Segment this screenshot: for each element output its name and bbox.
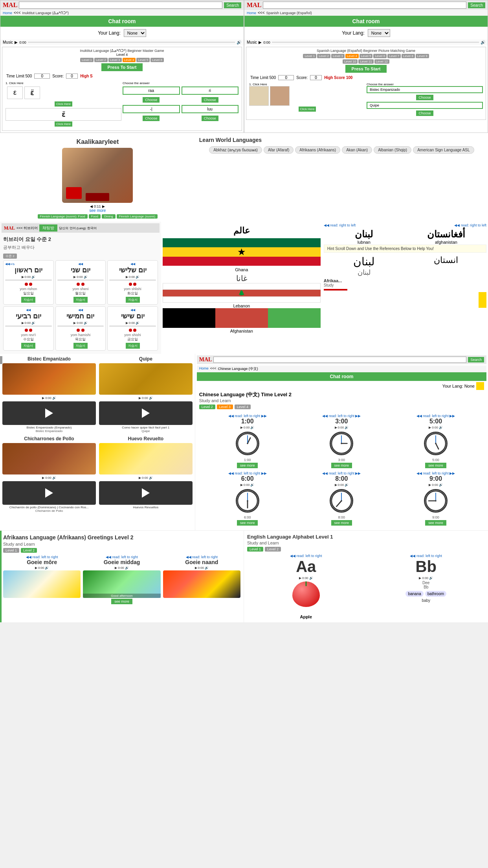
tag-dining[interactable]: Dining (102, 214, 116, 219)
review-btn-6[interactable]: 자습서 (126, 343, 140, 349)
tag-food[interactable]: Food (89, 214, 101, 219)
play-quipe[interactable]: ▶ (139, 396, 141, 400)
choose-btn-ri[interactable]: Choose (202, 97, 218, 103)
time-limit-left[interactable] (34, 74, 50, 79)
see-more-6[interactable]: see more (237, 520, 258, 526)
click-here-btn-2[interactable]: Click Here (55, 121, 72, 127)
see-more-5[interactable]: see more (425, 463, 446, 468)
quipe-video[interactable] (99, 401, 193, 425)
play-btn-day3[interactable]: ▶ (126, 275, 128, 279)
click-here-btn-left[interactable]: Click Here (55, 101, 72, 107)
see-more-1[interactable]: see more (237, 463, 258, 468)
sp-choose-bistec[interactable]: Choose (416, 95, 433, 100)
choose-btn-dash[interactable]: Choose (143, 116, 160, 121)
lang-chip-akan[interactable]: Akan (Akan) (342, 146, 372, 154)
review-btn-3[interactable]: 자습서 (126, 297, 140, 303)
sp-level-1[interactable]: Level 1 (303, 54, 316, 58)
nav-home-left[interactable]: Home (3, 11, 12, 15)
sp-level-4[interactable]: Level 4 (345, 54, 359, 58)
chat-btn-korean[interactable]: 채팅방 (39, 224, 57, 232)
chicharron-video[interactable] (2, 481, 96, 505)
chinese-chat-btn[interactable]: Chat room (197, 372, 486, 381)
nav-home-right[interactable]: Home (247, 11, 256, 15)
chinese-search[interactable] (213, 357, 466, 363)
lang-chip-asl[interactable]: American Sign Language ASL (413, 146, 474, 154)
see-more-kaali[interactable]: see more (3, 208, 192, 213)
play-btn-day6[interactable]: ▶ (126, 321, 128, 325)
press-start-btn-right[interactable]: Press To Start (345, 65, 387, 73)
score-input-left[interactable] (66, 74, 78, 79)
lang-select-right[interactable]: None (368, 29, 390, 37)
play-bistec[interactable]: ▶ (42, 396, 44, 400)
play-btn-day1[interactable]: ▶ (22, 275, 24, 279)
level-badge-1[interactable]: Level 1 (80, 58, 94, 62)
see-more-8[interactable]: see more (331, 520, 352, 526)
ch-level-4[interactable]: Level 4 (235, 405, 251, 409)
play-icon-right[interactable]: ▶ (259, 40, 262, 44)
see-more-middag[interactable]: see more (111, 599, 132, 604)
search-input-right[interactable] (263, 2, 466, 9)
play-btn-day2[interactable]: ▶ (73, 275, 76, 279)
option-ri[interactable]: ri (182, 86, 239, 95)
choose-btn-luu[interactable]: Choose (202, 116, 218, 121)
chinese-search-btn[interactable]: Search (468, 357, 484, 362)
review-btn-1[interactable]: 자습서 (21, 297, 35, 303)
sp-level-12[interactable]: Level 12 (374, 59, 389, 64)
choose-btn-raa[interactable]: Choose (143, 97, 160, 103)
level-badge-4[interactable]: Level 4 (123, 58, 136, 62)
play-chicharron[interactable]: ▶ (42, 476, 44, 480)
sp-level-8[interactable]: Level 8 (402, 54, 415, 58)
sp-level-2[interactable]: Level 2 (317, 54, 330, 58)
search-btn-left[interactable]: Search (224, 2, 241, 8)
chat-room-btn-left[interactable]: Chat room (0, 16, 244, 27)
sp-level-11[interactable]: Level 11 (358, 59, 373, 64)
review-btn-2[interactable]: 자습서 (73, 297, 88, 303)
press-start-btn-left[interactable]: Press To Start (101, 63, 143, 71)
level-badge-2[interactable]: Level 2 (94, 58, 108, 62)
sp-option-bistec[interactable]: Bistec Empanizado (367, 86, 483, 93)
sp-level-5[interactable]: Level 5 (360, 54, 373, 58)
sp-level-7[interactable]: Level 7 (387, 54, 401, 58)
afr-level-2[interactable]: Level 2 (21, 548, 37, 553)
level-badge-6[interactable]: Level 6 (150, 58, 164, 62)
char-box-1[interactable]: ε (7, 86, 23, 99)
eng-level-2[interactable]: Level 2 (265, 547, 281, 552)
lang-chip-abkhaz[interactable]: Abkhaz (аҧсуа бызшәа) (209, 146, 262, 154)
play-btn-day4[interactable]: ▶ (22, 321, 24, 325)
lang-chip-afar[interactable]: Afar (Afaraf) (264, 146, 294, 154)
char-box-3[interactable]: ε̃ (6, 108, 121, 121)
sp-level-3[interactable]: Level 3 (331, 54, 345, 58)
ch-level-2[interactable]: Level 2 (199, 405, 215, 409)
review-btn-5[interactable]: 자습서 (73, 343, 88, 349)
sp-level-6[interactable]: Level 6 (373, 54, 387, 58)
lang-chip-albanian[interactable]: Albanian (Shqip) (374, 146, 411, 154)
lang-chip-afrikaans[interactable]: Afrikaans (Afrikaans) (295, 146, 340, 154)
play-huevo[interactable]: ▶ (139, 476, 141, 480)
ch-level-3[interactable]: Level 3 (217, 405, 233, 409)
lang-select-left[interactable]: None (124, 29, 146, 37)
sp-option-quipe[interactable]: Quipe (367, 102, 483, 109)
tag-finnish[interactable]: Finnish Language (suomi) (117, 214, 158, 219)
play-btn-day5[interactable]: ▶ (73, 321, 76, 325)
chinese-home[interactable]: Home (199, 366, 209, 371)
score-input-right[interactable] (310, 75, 322, 80)
time-limit-right[interactable] (278, 75, 294, 80)
play-icon-left[interactable]: ▶ (15, 40, 18, 44)
option-luu[interactable]: luu (182, 105, 239, 113)
spanish-click-btn[interactable]: Click Here (299, 107, 316, 112)
eng-level-1[interactable]: Level 1 (247, 547, 263, 552)
search-btn-right[interactable]: Search (468, 2, 485, 8)
option-dash[interactable]: -| (123, 105, 180, 113)
search-input-left[interactable] (19, 2, 222, 9)
see-more-9[interactable]: see more (425, 520, 446, 526)
see-more-3[interactable]: see more (331, 463, 352, 468)
afr-level-1[interactable]: Level 1 (3, 548, 19, 553)
bistec-video[interactable] (2, 401, 96, 425)
spanish-img-1[interactable] (249, 86, 269, 106)
level-badge-3[interactable]: Level 3 (108, 58, 122, 62)
review-btn-4[interactable]: 자습서 (21, 343, 35, 349)
level-badge-5[interactable]: Level 5 (136, 58, 150, 62)
option-raa[interactable]: raa (123, 86, 180, 95)
chat-room-btn-right[interactable]: Chat room (244, 16, 488, 27)
sp-level-10[interactable]: Level 10 (343, 59, 358, 64)
